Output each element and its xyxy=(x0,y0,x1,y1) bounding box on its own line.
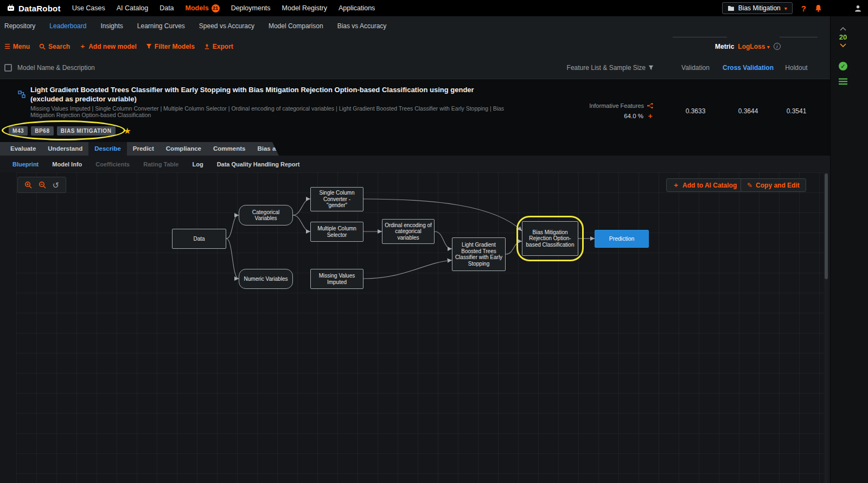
notifications-bell-icon[interactable] xyxy=(815,4,822,12)
subtab-model-info[interactable]: Model Info xyxy=(52,161,82,168)
subnav-model-comparison[interactable]: Model Comparison xyxy=(269,22,323,30)
datarobot-logo[interactable]: DataRobot xyxy=(7,4,61,13)
top-nav: DataRobot Use Cases AI Catalog Data Mode… xyxy=(0,0,868,16)
subnav-speed-vs-accuracy[interactable]: Speed vs Accuracy xyxy=(199,22,254,30)
increase-sample-icon[interactable]: ＋ xyxy=(647,112,654,119)
model-tabs-row: Evaluate Understand Describe Predict Com… xyxy=(0,142,830,156)
subnav-bias-vs-accuracy[interactable]: Bias vs Accuracy xyxy=(337,22,387,30)
model-number-badge: M43 xyxy=(9,126,28,136)
column-holdout[interactable]: Holdout xyxy=(771,64,821,72)
add-new-model-button[interactable]: ＋ Add new model xyxy=(79,42,137,51)
node-numeric-variables[interactable]: Numeric Variables xyxy=(239,269,293,289)
column-cross-validation[interactable]: Cross Validation xyxy=(721,64,775,72)
model-badges: M43 BP68 BIAS MITIGATION ★ xyxy=(9,126,131,136)
subtab-log[interactable]: Log xyxy=(192,161,203,168)
nav-item-use-cases[interactable]: Use Cases xyxy=(72,4,105,12)
tab-compliance[interactable]: Compliance xyxy=(160,142,207,156)
main-content: Repository Leaderboard Insights Learning… xyxy=(0,16,830,483)
subtab-rating-table: Rating Table xyxy=(143,161,178,168)
models-count-badge: 21 xyxy=(212,4,220,12)
column-feature-list[interactable]: Feature List & Sample Size xyxy=(542,64,654,72)
node-missing-values-imputed[interactable]: Missing Values Imputed xyxy=(310,269,363,289)
column-validation[interactable]: Validation xyxy=(668,64,723,72)
node-multiple-column-selector[interactable]: Multiple Column Selector xyxy=(310,222,363,242)
tab-bias-and-fairness[interactable]: Bias and Fairness xyxy=(251,142,316,156)
plus-icon: ＋ xyxy=(79,42,86,51)
metric-rule-right xyxy=(780,37,818,37)
feature-list-icon xyxy=(647,102,654,109)
status-check-icon[interactable]: ✓ xyxy=(839,62,847,70)
bias-mitigation-badge: BIAS MITIGATION xyxy=(57,126,116,136)
info-icon[interactable]: i xyxy=(774,43,781,50)
reset-zoom-icon[interactable]: ↺ xyxy=(53,181,60,189)
folder-icon xyxy=(727,5,735,11)
leaderboard-toolbar: ☰ Menu Search ＋ Add new model Filter Mod… xyxy=(0,36,830,57)
pencil-icon: ✎ xyxy=(747,182,752,189)
chevron-down-icon: ▾ xyxy=(784,5,787,11)
zoom-in-icon[interactable] xyxy=(24,181,32,189)
zoom-out-icon[interactable] xyxy=(39,181,46,189)
scrollbar-thumb[interactable] xyxy=(825,173,828,279)
add-to-ai-catalog-button[interactable]: ＋ Add to AI Catalog xyxy=(666,178,743,192)
metric-selector: Metric LogLoss ▾ i xyxy=(715,36,781,57)
nav-item-model-registry[interactable]: Model Registry xyxy=(282,4,327,12)
leaderboard-list-icon[interactable] xyxy=(839,78,847,85)
copy-and-edit-button[interactable]: ✎ Copy and Edit xyxy=(741,178,806,192)
subtab-blueprint[interactable]: Blueprint xyxy=(12,161,39,168)
select-all-checkbox[interactable] xyxy=(4,64,12,72)
subtab-coefficients: Coefficients xyxy=(95,161,130,168)
blueprint-canvas[interactable]: ↺ ＋ Add to AI Catalog ✎ Copy and Edit Da… xyxy=(0,172,824,483)
tab-predict[interactable]: Predict xyxy=(127,142,160,156)
tab-describe[interactable]: Describe xyxy=(88,142,127,156)
hamburger-icon: ☰ xyxy=(4,43,10,50)
tab-comments[interactable]: Comments xyxy=(207,142,251,156)
export-button[interactable]: Export xyxy=(204,43,233,50)
menu-button[interactable]: ☰ Menu xyxy=(4,43,30,50)
node-categorical-variables[interactable]: Categorical Variables xyxy=(239,205,293,226)
top-nav-right: Bias Mitigation ▾ ? xyxy=(722,2,861,14)
node-bias-mitigation[interactable]: Bias Mitigation Rejection Option-based C… xyxy=(522,221,578,256)
right-rail: 20 ✓ xyxy=(830,16,868,483)
node-single-column-converter[interactable]: Single Column Converter - "gender" xyxy=(310,187,363,211)
search-button[interactable]: Search xyxy=(39,43,70,50)
worker-count: 20 xyxy=(839,33,847,41)
metric-value-dropdown[interactable]: LogLoss ▾ xyxy=(738,43,769,50)
model-sample-size[interactable]: 64.0 % ＋ xyxy=(537,112,654,119)
subnav-insights[interactable]: Insights xyxy=(100,22,123,30)
favorite-star-icon[interactable]: ★ xyxy=(124,127,131,136)
node-prediction[interactable]: Prediction xyxy=(595,230,649,248)
model-holdout-score: 0.3541 xyxy=(771,107,821,115)
user-profile-icon[interactable] xyxy=(854,5,861,12)
nav-item-data[interactable]: Data xyxy=(159,4,174,12)
blueprint-icon xyxy=(18,91,25,98)
node-lgbt-classifier[interactable]: Light Gradient Boosted Trees Classifier … xyxy=(452,237,506,271)
metric-label: Metric xyxy=(715,43,734,50)
filter-models-button[interactable]: Filter Models xyxy=(146,43,195,50)
tab-understand[interactable]: Understand xyxy=(42,142,88,156)
zoom-controls: ↺ xyxy=(17,177,66,193)
subnav-learning-curves[interactable]: Learning Curves xyxy=(137,22,185,30)
model-description: Missing Values Imputed | Single Column C… xyxy=(30,106,508,118)
subnav-leaderboard[interactable]: Leaderboard xyxy=(49,22,86,30)
vertical-scrollbar xyxy=(825,172,828,483)
model-validation-score: 0.3633 xyxy=(668,107,723,115)
node-ordinal-encoding[interactable]: Ordinal encoding of categorical variable… xyxy=(382,219,435,244)
leaderboard-header-row: Model Name & Description Feature List & … xyxy=(0,57,830,79)
worker-increase-icon[interactable] xyxy=(840,27,846,31)
worker-decrease-icon[interactable] xyxy=(840,43,846,47)
node-data[interactable]: Data xyxy=(172,229,226,249)
model-feature-list[interactable]: Informative Features xyxy=(537,102,654,109)
tab-evaluate[interactable]: Evaluate xyxy=(4,142,42,156)
funnel-icon xyxy=(146,43,152,49)
worker-count-widget: 20 xyxy=(835,27,851,47)
subtab-data-quality-report[interactable]: Data Quality Handling Report xyxy=(217,161,300,168)
subnav-repository[interactable]: Repository xyxy=(4,22,35,30)
leaderboard-model-row[interactable]: Light Gradient Boosted Trees Classifier … xyxy=(0,79,830,142)
nav-item-deployments[interactable]: Deployments xyxy=(231,4,271,12)
nav-item-ai-catalog[interactable]: AI Catalog xyxy=(117,4,148,12)
model-title[interactable]: Light Gradient Boosted Trees Classifier … xyxy=(30,86,497,104)
nav-item-applications[interactable]: Applications xyxy=(339,4,375,12)
project-selector[interactable]: Bias Mitigation ▾ xyxy=(722,2,793,14)
nav-item-models[interactable]: Models 21 xyxy=(186,4,220,12)
help-icon[interactable]: ? xyxy=(801,4,806,13)
